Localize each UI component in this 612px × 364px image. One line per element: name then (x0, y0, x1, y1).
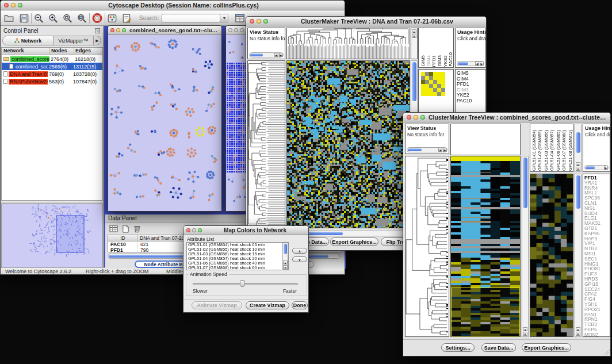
save-data-button[interactable]: Save Data... (481, 343, 516, 352)
tv1-column-label[interactable]: GIM4 (426, 55, 431, 67)
up-arrow-icon[interactable]: ▲ (412, 29, 416, 33)
tv1-gene-item[interactable]: PAC10 (456, 98, 485, 104)
tv1-column-label[interactable]: YKE2 (443, 55, 448, 67)
tab-network[interactable]: Network (3, 36, 53, 45)
settings-button[interactable]: Settings... (441, 343, 475, 352)
export-graphics-button[interactable]: Export Graphics... (330, 237, 378, 246)
tv1-column-label[interactable]: GIM5 (420, 55, 426, 67)
close-icon[interactable] (4, 3, 9, 7)
minimize-icon[interactable] (116, 28, 120, 32)
tab-vizmapper[interactable]: VizMapper™ (53, 36, 93, 45)
network-tree-row[interactable]: combined_scores2764(0)16218(0) (2, 55, 102, 63)
zoom-in-icon[interactable] (48, 13, 59, 24)
select-attributes-icon[interactable] (109, 224, 118, 233)
network-view-titlebar[interactable]: combined_scores_good.txt--cluste... (108, 26, 221, 35)
float-panel-icon[interactable]: ◹ (95, 28, 100, 33)
tv2-column-label[interactable]: GPL51-01 (GSM854) (531, 130, 537, 171)
tv2-hints-scrollbar[interactable]: ▶ (584, 165, 609, 170)
col-header-network[interactable]: Network (2, 48, 50, 55)
minimize-icon[interactable] (234, 28, 238, 32)
cytopanel-icon[interactable] (107, 13, 117, 24)
search-dropdown-icon[interactable]: ▼ (220, 14, 228, 22)
tv1-column-label[interactable]: GIM3 (437, 55, 442, 67)
close-icon[interactable] (407, 115, 411, 120)
tv2-heatmap-canvas[interactable] (451, 156, 520, 336)
close-icon[interactable] (228, 28, 232, 32)
col-header-edges[interactable]: Edges (74, 48, 102, 55)
annotation-icon[interactable] (121, 13, 132, 24)
save-icon[interactable] (19, 13, 29, 24)
tab-overflow-icon[interactable]: ▶ (93, 36, 101, 45)
zoom-window-icon[interactable] (122, 28, 126, 32)
treeview-dna-titlebar[interactable]: ClusterMaker TreeView : DNA and Tran 07-… (246, 17, 486, 26)
tv1-row-dendrogram-canvas[interactable] (248, 61, 285, 228)
create-vizmap-button[interactable]: Create Vizmap (246, 301, 289, 309)
tv2-column-label[interactable]: GPL51-02 (GSM855) (537, 130, 542, 171)
tv1-column-dendrogram-canvas[interactable] (287, 28, 410, 59)
done-button[interactable]: Done (292, 301, 308, 309)
tv2-column-label[interactable]: GPL51-04 (GSM857) (549, 130, 554, 171)
network-graph-canvas[interactable] (108, 35, 221, 211)
animation-speed-slider-thumb[interactable] (240, 280, 245, 287)
tv1-similarity-matrix[interactable] (421, 72, 445, 96)
network-view-2-titlebar[interactable] (226, 26, 248, 35)
move-down-button[interactable]: ∨ (292, 256, 307, 262)
tv2-zoom-vscrollbar[interactable]: ▲ ▼ (575, 174, 582, 337)
help-icon[interactable] (91, 13, 103, 24)
attribute-list-vscrollbar[interactable]: ▲ ▼ (282, 243, 288, 270)
main-titlebar[interactable]: Cytoscape Desktop (Session Name: collins… (1, 1, 345, 10)
zoom-window-icon[interactable] (240, 28, 244, 32)
network-tree-row[interactable]: DNA and Tran 07769(0)183728(0) (2, 70, 102, 78)
zoom-window-icon[interactable] (18, 3, 22, 7)
zoom-fit-icon[interactable] (76, 13, 87, 24)
tv1-column-label[interactable]: PAC10 (448, 52, 453, 67)
minimize-icon[interactable] (11, 3, 16, 7)
attribute-browser-icon[interactable] (234, 13, 246, 24)
tv1-hints-scrollbar[interactable]: ◀ ▶ (457, 61, 484, 66)
tv2-heatmap-vscrollbar[interactable]: ▲ ▼ (522, 156, 529, 337)
dp-col-id[interactable]: ID (108, 235, 138, 241)
move-up-button[interactable]: ∧ (292, 248, 307, 254)
network-overview-canvas[interactable] (2, 204, 102, 267)
attribute-list-item[interactable]: GPL51-07 (GSM868) heat shock 60 min (187, 266, 288, 270)
zoom-selected-icon[interactable] (62, 13, 73, 24)
new-attribute-icon[interactable] (121, 224, 130, 233)
animation-speed-slider-track[interactable] (193, 283, 298, 285)
tv2-labels-vscrollbar[interactable]: ▲ ▼ (575, 124, 582, 172)
open-file-icon[interactable] (3, 13, 14, 24)
close-icon[interactable] (110, 28, 114, 32)
tv2-column-label[interactable]: GPL51-08 (GSM872) (568, 130, 573, 171)
tv2-column-label[interactable]: GPL51-03 (GSM856) (544, 130, 549, 171)
network-tree-row[interactable]: RNAPuberNov2+563(0)107847(0) (2, 78, 102, 85)
minimize-icon[interactable] (192, 228, 196, 232)
dense-network-canvas[interactable] (226, 35, 248, 211)
zoom-window-icon[interactable] (263, 19, 268, 24)
resize-grip[interactable] (604, 350, 610, 355)
tv1-heatmap-canvas[interactable] (287, 61, 410, 228)
network-tree-row[interactable]: combined_sco2569(6)13112(15) (2, 63, 102, 70)
minimize-icon[interactable] (414, 115, 418, 120)
search-input[interactable] (162, 14, 220, 22)
col-header-nodes[interactable]: Nodes (50, 48, 74, 55)
tv2-column-label[interactable]: GPL51-06 (GSM865) (556, 130, 561, 171)
dialog-titlebar[interactable]: Map Colors to Network (183, 226, 308, 235)
tv1-status-scrollbar[interactable]: ◀ ▶ (249, 52, 284, 58)
tv1-column-label[interactable]: PFD1 (431, 55, 437, 67)
animate-vizmap-button[interactable]: Animate Vizmap (192, 301, 242, 309)
minimize-icon[interactable] (257, 19, 261, 24)
tv2-row-dendrogram-canvas[interactable] (406, 156, 449, 336)
tv2-status-scrollbar[interactable]: ◀ ▶ (407, 147, 447, 152)
tv2-gene-item[interactable]: MON2 (583, 332, 610, 337)
delete-attribute-icon[interactable] (133, 224, 141, 233)
tv2-zoom-heatmap-canvas[interactable] (530, 174, 573, 336)
close-icon[interactable] (186, 228, 190, 232)
down-arrow-icon[interactable]: ▼ (412, 34, 416, 38)
close-icon[interactable] (250, 19, 254, 24)
network-name: RNAPuberNov2+ (9, 79, 48, 85)
zoom-window-icon[interactable] (420, 115, 425, 120)
treeview-combined-titlebar[interactable]: ClusterMaker TreeView : combined_scores_… (403, 113, 610, 122)
zoom-out-icon[interactable] (33, 13, 44, 24)
export-graphics-button[interactable]: Export Graphics... (522, 343, 571, 352)
zoom-window-icon[interactable] (198, 228, 202, 232)
tv2-column-label[interactable]: GPL51-07 (GSM868) (561, 130, 567, 171)
